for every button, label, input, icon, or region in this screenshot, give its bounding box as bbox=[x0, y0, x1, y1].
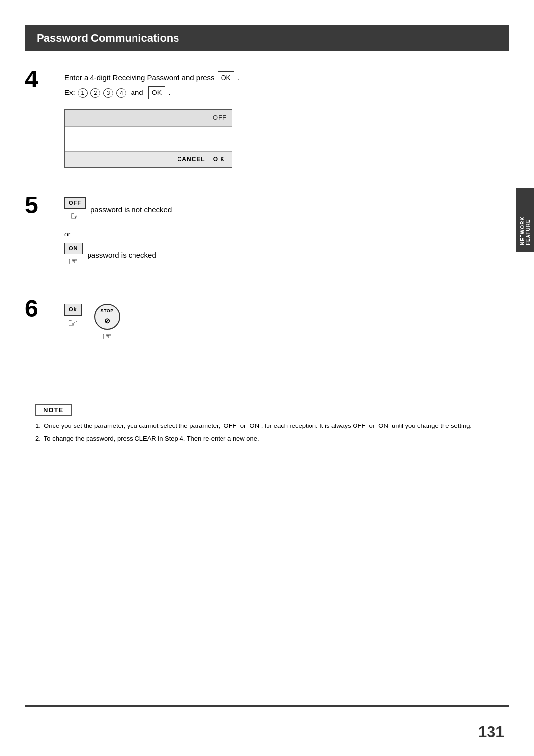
stop-hand-icon: ☞ bbox=[102, 331, 112, 342]
page-number: 131 bbox=[478, 723, 504, 741]
clear-key: CLEAR bbox=[134, 435, 156, 442]
circle-4: 4 bbox=[116, 88, 126, 98]
circle-2: 2 bbox=[90, 88, 100, 98]
note-item-1: 1. Once you set the parameter, you canno… bbox=[35, 421, 499, 431]
step-6-row: 6 Ok ☞ STOP ⊘ ☞ bbox=[25, 296, 509, 347]
note-list: 1. Once you set the parameter, you canno… bbox=[35, 421, 499, 444]
circle-3: 3 bbox=[103, 88, 113, 98]
stop-hw-button: STOP ⊘ ☞ bbox=[94, 304, 120, 342]
step-4-number: 4 bbox=[25, 67, 64, 91]
cancel-label: CANCEL bbox=[178, 155, 205, 164]
on-desc: password is checked bbox=[88, 249, 156, 261]
ok-key-2: OK bbox=[148, 86, 165, 99]
bottom-bar bbox=[25, 705, 509, 707]
stop-circle: STOP ⊘ bbox=[94, 304, 120, 330]
off-desc: password is not checked bbox=[90, 204, 172, 216]
note-item-2: 2. To change the password, press CLEAR i… bbox=[35, 433, 499, 444]
step-6-buttons: Ok ☞ STOP ⊘ ☞ bbox=[64, 304, 509, 342]
page-title: Password Communications bbox=[37, 32, 179, 44]
display-top: OFF bbox=[65, 110, 232, 127]
step-6-content: Ok ☞ STOP ⊘ ☞ bbox=[64, 301, 509, 342]
ok-hand-icon: ☞ bbox=[68, 318, 78, 329]
note-label: NOTE bbox=[35, 404, 72, 416]
circle-1: 1 bbox=[78, 88, 88, 98]
step-4-instruction: Enter a 4-digit Receiving Password and p… bbox=[64, 71, 509, 84]
step-5-content: OFF ☞ password is not checked or ON ☞ pa… bbox=[64, 197, 509, 272]
step-4-row: 4 Enter a 4-digit Receiving Password and… bbox=[25, 66, 509, 173]
and-text: and bbox=[131, 88, 143, 96]
ok-key-1: OK bbox=[218, 71, 234, 84]
on-button-label: ON bbox=[64, 243, 83, 255]
side-tab: NETWORK FEATURE bbox=[516, 188, 534, 252]
off-button-label: OFF bbox=[64, 197, 86, 209]
step-6-number: 6 bbox=[25, 297, 64, 321]
step-4-example: Ex: 1 2 3 4 and OK . bbox=[64, 86, 509, 99]
on-button: ON ☞ bbox=[64, 243, 83, 268]
step-5-number: 5 bbox=[25, 193, 64, 217]
step-4-content: Enter a 4-digit Receiving Password and p… bbox=[64, 71, 509, 168]
note-section: NOTE 1. Once you set the parameter, you … bbox=[25, 397, 509, 454]
off-label-display: OFF bbox=[213, 114, 227, 121]
off-button: OFF ☞ bbox=[64, 197, 86, 222]
stop-symbol: ⊘ bbox=[104, 315, 110, 326]
step-5-row: 5 OFF ☞ password is not checked or ON ☞ … bbox=[25, 192, 509, 277]
or-text: or bbox=[64, 229, 509, 239]
on-row: ON ☞ password is checked bbox=[64, 243, 509, 268]
off-hand-icon: ☞ bbox=[70, 211, 80, 222]
stop-label: STOP bbox=[101, 307, 114, 314]
on-hand-icon: ☞ bbox=[68, 256, 78, 267]
display-middle bbox=[65, 127, 232, 151]
display-box: OFF CANCEL O K bbox=[64, 109, 232, 168]
display-bottom: CANCEL O K bbox=[65, 151, 232, 167]
ok-display-label: O K bbox=[213, 155, 225, 164]
ok-hw-button: Ok ☞ bbox=[64, 304, 82, 329]
page-header: Password Communications bbox=[25, 25, 509, 51]
off-row: OFF ☞ password is not checked bbox=[64, 197, 509, 222]
ok-hw-label: Ok bbox=[64, 304, 82, 316]
